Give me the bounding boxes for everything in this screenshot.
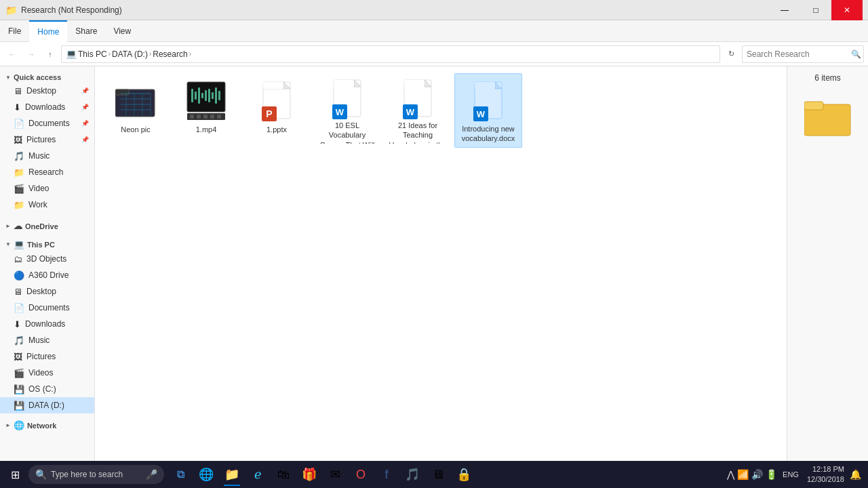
lang-indicator[interactable]: ENG: [780, 469, 802, 480]
sidebar-item-documents-label: Documents: [28, 119, 70, 128]
breadcrumb-data-d[interactable]: DATA (D:): [112, 49, 148, 59]
data-d-icon: 💾: [14, 401, 24, 411]
sidebar-item-downloads[interactable]: ⬇ Downloads 📌: [0, 99, 94, 115]
svg-rect-39: [404, 80, 425, 87]
title-bar: 📁 Research (Not Responding) — □ ✕: [0, 0, 868, 20]
downloads-pc-icon: ⬇: [14, 319, 21, 329]
sidebar-section-network[interactable]: ► 🌐 Network: [0, 416, 94, 432]
file-item-1pptx[interactable]: P 1.pptx: [243, 73, 311, 148]
breadcrumb-sep-3: ›: [189, 50, 191, 58]
search-icon[interactable]: 🔍: [851, 49, 861, 59]
taskbar-facebook[interactable]: f: [374, 462, 399, 487]
taskbar-opera[interactable]: O: [349, 462, 373, 487]
sidebar-item-video[interactable]: 🎬 Video: [0, 180, 94, 197]
search-box: 🔍: [742, 45, 864, 63]
sidebar-item-desktop-label: Desktop: [26, 86, 56, 96]
clock[interactable]: 12:18 PM 12/30/2018: [804, 464, 847, 485]
maximize-button[interactable]: □: [800, 0, 831, 20]
taskbar-edge[interactable]: ℯ: [245, 462, 270, 487]
svg-rect-29: [264, 89, 289, 89]
sidebar-item-music-pc[interactable]: 🎵 Music: [0, 332, 94, 348]
sidebar-item-desktop[interactable]: 🖥 Desktop 📌: [0, 83, 94, 99]
sidebar-item-documents-pc[interactable]: 📄 Documents: [0, 300, 94, 316]
network-tray-icon[interactable]: 📶: [737, 469, 749, 480]
svg-rect-23: [203, 115, 208, 119]
window-title: Research (Not Responding): [21, 5, 122, 15]
svg-text:P: P: [266, 108, 272, 119]
sidebar-item-3d-objects[interactable]: 🗂 3D Objects: [0, 251, 94, 267]
tab-home[interactable]: Home: [29, 20, 67, 42]
svg-text:W: W: [336, 107, 344, 117]
sidebar-item-pictures-pc-label: Pictures: [26, 352, 56, 361]
refresh-button[interactable]: ↻: [723, 46, 739, 62]
sidebar-item-a360[interactable]: 🔵 A360 Drive: [0, 267, 94, 283]
close-button[interactable]: ✕: [831, 0, 863, 20]
sidebar-item-documents[interactable]: 📄 Documents 📌: [0, 115, 94, 131]
3d-icon: 🗂: [14, 254, 22, 264]
sidebar-section-onedrive[interactable]: ► ☁ OneDrive: [0, 217, 94, 232]
taskbar-itunes[interactable]: 🎵: [400, 462, 425, 487]
taskbar-mic-icon: 🎤: [146, 469, 157, 480]
sidebar-item-desktop-pc[interactable]: 🖥 Desktop: [0, 283, 94, 300]
taskbar-app-11[interactable]: 🖥: [426, 462, 450, 487]
file-item-21ideas[interactable]: W 21 Ideas for Teaching Vocabulary in th…: [384, 73, 452, 148]
tray-expand-icon[interactable]: ⋀: [727, 469, 734, 480]
file-item-neon-pic[interactable]: Neon pic: [102, 73, 170, 148]
breadcrumb-sep-2: ›: [149, 50, 151, 58]
taskbar-search[interactable]: 🔍 Type here to search 🎤: [28, 465, 164, 484]
sidebar-item-data-d[interactable]: 💾 DATA (D:): [0, 397, 94, 413]
notification-icon[interactable]: 🔔: [850, 469, 861, 480]
file-item-1mp4[interactable]: 1.mp4: [172, 73, 240, 148]
start-button[interactable]: ⊞: [3, 462, 27, 487]
taskbar-task-view[interactable]: ⧉: [168, 462, 193, 487]
sidebar-item-os-c[interactable]: 💾 OS (C:): [0, 381, 94, 397]
forward-button[interactable]: →: [23, 46, 39, 62]
tab-file[interactable]: File: [0, 20, 29, 42]
up-button[interactable]: ↑: [42, 46, 58, 62]
sidebar-item-3d-label: 3D Objects: [26, 254, 66, 264]
back-button[interactable]: ←: [4, 46, 20, 62]
title-bar-controls: — □ ✕: [769, 0, 863, 20]
taskbar-chrome[interactable]: 🌐: [194, 462, 218, 487]
battery-icon[interactable]: 🔋: [766, 469, 777, 480]
svg-rect-13: [198, 87, 200, 104]
sidebar-item-pictures[interactable]: 🖼 Pictures 📌: [0, 131, 94, 148]
file-item-10esl[interactable]: W 10 ESL Vocabulary Games That Will Get …: [313, 73, 381, 148]
sidebar-item-pictures-pc[interactable]: 🖼 Pictures: [0, 348, 94, 365]
tab-view[interactable]: View: [105, 20, 139, 42]
pictures-pin-icon: 📌: [81, 136, 89, 143]
sidebar-item-video-label: Video: [28, 184, 49, 193]
volume-icon[interactable]: 🔊: [751, 469, 763, 480]
taskbar-explorer[interactable]: 📁: [220, 462, 244, 487]
file-item-introducing[interactable]: W Introducing new vocabulary.docx: [454, 73, 522, 148]
sidebar-item-research[interactable]: 📁 Research: [0, 164, 94, 180]
svg-rect-19: [218, 91, 220, 100]
svg-rect-11: [191, 89, 193, 102]
sidebar: ▼ Quick access 🖥 Desktop 📌 ⬇ Downloads 📌…: [0, 66, 95, 472]
sidebar-section-quick-access[interactable]: ▼ Quick access: [0, 69, 94, 83]
sidebar-section-this-pc[interactable]: ▼ 💻 This PC: [0, 235, 94, 251]
search-input[interactable]: [747, 49, 848, 59]
quick-access-label: Quick access: [14, 73, 61, 81]
videos-pc-icon: 🎬: [14, 368, 24, 378]
svg-rect-12: [195, 92, 197, 100]
taskbar-app-12[interactable]: 🔒: [452, 462, 476, 487]
svg-rect-22: [197, 115, 201, 119]
breadcrumb-research[interactable]: Research: [153, 49, 187, 59]
tab-share[interactable]: Share: [67, 20, 105, 42]
time-display: 12:18 PM: [807, 464, 844, 474]
sidebar-item-music[interactable]: 🎵 Music: [0, 148, 94, 164]
sidebar-item-downloads-pc[interactable]: ⬇ Downloads: [0, 316, 94, 332]
sidebar-item-work[interactable]: 📁 Work: [0, 197, 94, 213]
sidebar-item-videos-pc[interactable]: 🎬 Videos: [0, 365, 94, 381]
taskbar-gift[interactable]: 🎁: [297, 462, 321, 487]
research-folder-icon: 📁: [14, 167, 24, 178]
taskbar-store[interactable]: 🛍: [271, 462, 296, 487]
sidebar-item-music-label: Music: [28, 151, 50, 161]
minimize-button[interactable]: —: [769, 0, 800, 20]
taskbar-mail[interactable]: ✉: [323, 462, 347, 487]
breadcrumb-this-pc[interactable]: This PC: [78, 49, 107, 59]
svg-rect-44: [475, 82, 495, 89]
network-label: Network: [27, 422, 56, 430]
10esl-icon: W: [323, 77, 371, 121]
